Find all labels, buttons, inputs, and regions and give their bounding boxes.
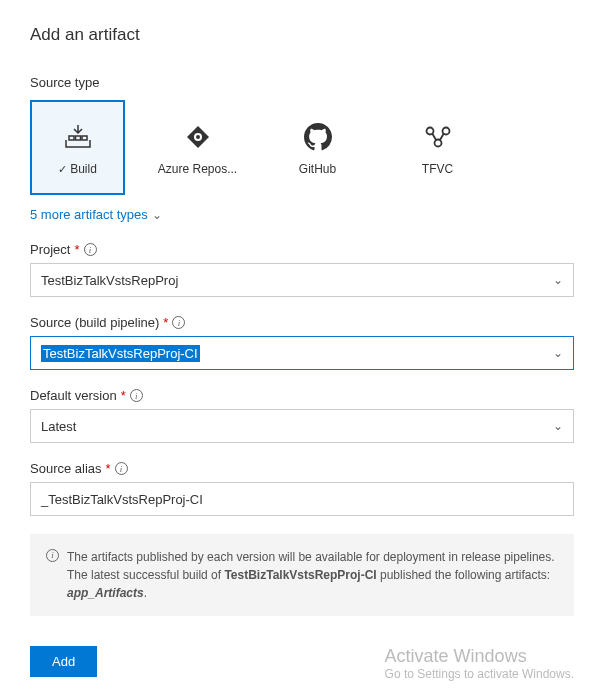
svg-rect-1 <box>75 136 80 140</box>
info-icon[interactable]: i <box>115 462 128 475</box>
info-icon[interactable]: i <box>172 316 185 329</box>
svg-point-7 <box>434 139 441 146</box>
source-alias-value: _TestBizTalkVstsRepProj-CI <box>41 492 203 507</box>
source-label: Source (build pipeline) <box>30 315 159 330</box>
source-tile-github[interactable]: GitHub <box>270 100 365 195</box>
tile-tfvc-label: TFVC <box>422 162 453 176</box>
default-version-select[interactable]: Latest ⌄ <box>30 409 574 443</box>
source-type-label: Source type <box>30 75 574 90</box>
info-box-text: The artifacts published by each version … <box>67 548 558 602</box>
svg-rect-2 <box>82 136 87 140</box>
chevron-down-icon: ⌄ <box>553 419 563 433</box>
windows-watermark: Activate Windows Go to Settings to activ… <box>385 646 574 681</box>
chevron-down-icon: ⌄ <box>553 346 563 360</box>
default-version-label: Default version <box>30 388 117 403</box>
svg-point-4 <box>196 135 200 139</box>
chevron-down-icon: ⌄ <box>152 208 162 222</box>
source-tile-build[interactable]: ✓ Build <box>30 100 125 195</box>
source-tile-azure-repos[interactable]: Azure Repos... <box>150 100 245 195</box>
github-icon <box>304 119 332 154</box>
source-tile-tfvc[interactable]: TFVC <box>390 100 485 195</box>
tile-build-label: Build <box>70 162 97 176</box>
project-select[interactable]: TestBizTalkVstsRepProj ⌄ <box>30 263 574 297</box>
project-label: Project <box>30 242 70 257</box>
page-title: Add an artifact <box>30 25 574 45</box>
more-types-text: 5 more artifact types <box>30 207 148 222</box>
watermark-sub: Go to Settings to activate Windows. <box>385 667 574 681</box>
required-marker: * <box>74 242 79 257</box>
info-box: i The artifacts published by each versio… <box>30 534 574 616</box>
required-marker: * <box>121 388 126 403</box>
check-icon: ✓ <box>58 163 67 176</box>
chevron-down-icon: ⌄ <box>553 273 563 287</box>
source-type-grid: ✓ Build Azure Repos... GitHub <box>30 100 574 195</box>
tile-github-label: GitHub <box>299 162 336 176</box>
tile-azure-label: Azure Repos... <box>158 162 237 176</box>
required-marker: * <box>163 315 168 330</box>
source-alias-input[interactable]: _TestBizTalkVstsRepProj-CI <box>30 482 574 516</box>
source-alias-label: Source alias <box>30 461 102 476</box>
required-marker: * <box>106 461 111 476</box>
source-value: TestBizTalkVstsRepProj-CI <box>41 345 200 362</box>
source-select[interactable]: TestBizTalkVstsRepProj-CI ⌄ <box>30 336 574 370</box>
svg-rect-0 <box>69 136 74 140</box>
tfvc-icon <box>424 119 452 154</box>
add-button[interactable]: Add <box>30 646 97 677</box>
info-icon[interactable]: i <box>130 389 143 402</box>
azure-repos-icon <box>184 119 212 154</box>
build-icon <box>63 119 93 154</box>
watermark-title: Activate Windows <box>385 646 574 667</box>
info-icon: i <box>46 549 59 562</box>
more-artifact-types-link[interactable]: 5 more artifact types ⌄ <box>30 207 162 222</box>
default-version-value: Latest <box>41 419 76 434</box>
project-value: TestBizTalkVstsRepProj <box>41 273 178 288</box>
info-icon[interactable]: i <box>84 243 97 256</box>
